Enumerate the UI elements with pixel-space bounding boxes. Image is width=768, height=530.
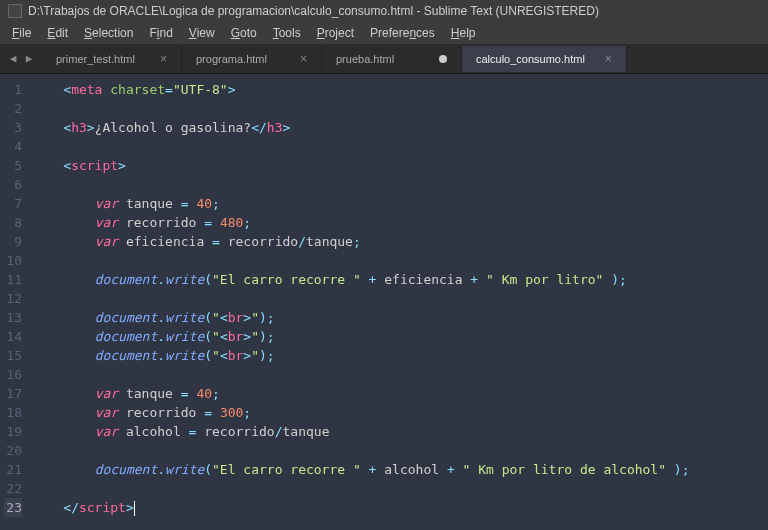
tab-label: calculo_consumo.html <box>476 53 585 65</box>
menu-project[interactable]: Project <box>309 24 362 42</box>
tab-label: primer_test.html <box>56 53 135 65</box>
menu-preferences[interactable]: Preferences <box>362 24 443 42</box>
menu-bar: File Edit Selection Find View Goto Tools… <box>0 22 768 44</box>
menu-selection[interactable]: Selection <box>76 24 141 42</box>
tab-calculo-consumo[interactable]: calculo_consumo.html × <box>462 46 627 72</box>
nav-arrows: ◀ ▶ <box>0 52 42 66</box>
dirty-indicator-icon <box>439 55 447 63</box>
nav-back-icon[interactable]: ◀ <box>6 52 20 66</box>
close-icon[interactable]: × <box>300 52 307 66</box>
window-title: D:\Trabajos de ORACLE\Logica de programa… <box>28 4 599 18</box>
tab-label: programa.html <box>196 53 267 65</box>
menu-find[interactable]: Find <box>141 24 180 42</box>
menu-file[interactable]: File <box>4 24 39 42</box>
tab-label: prueba.html <box>336 53 394 65</box>
tab-primer-test[interactable]: primer_test.html × <box>42 46 182 72</box>
menu-tools[interactable]: Tools <box>265 24 309 42</box>
tab-programa[interactable]: programa.html × <box>182 46 322 72</box>
tab-bar: ◀ ▶ primer_test.html × programa.html × p… <box>0 44 768 74</box>
code-editor[interactable]: 1234567891011121314151617181920212223 <m… <box>0 74 768 530</box>
nav-forward-icon[interactable]: ▶ <box>22 52 36 66</box>
close-icon[interactable]: × <box>160 52 167 66</box>
menu-edit[interactable]: Edit <box>39 24 76 42</box>
close-icon[interactable]: × <box>605 52 612 66</box>
menu-help[interactable]: Help <box>443 24 484 42</box>
window-titlebar: D:\Trabajos de ORACLE\Logica de programa… <box>0 0 768 22</box>
tab-prueba[interactable]: prueba.html <box>322 46 462 72</box>
line-gutter: 1234567891011121314151617181920212223 <box>0 74 32 530</box>
code-area[interactable]: <meta charset="UTF-8"> <h3>¿Alcohol o ga… <box>32 74 690 530</box>
menu-view[interactable]: View <box>181 24 223 42</box>
app-icon <box>8 4 22 18</box>
menu-goto[interactable]: Goto <box>223 24 265 42</box>
